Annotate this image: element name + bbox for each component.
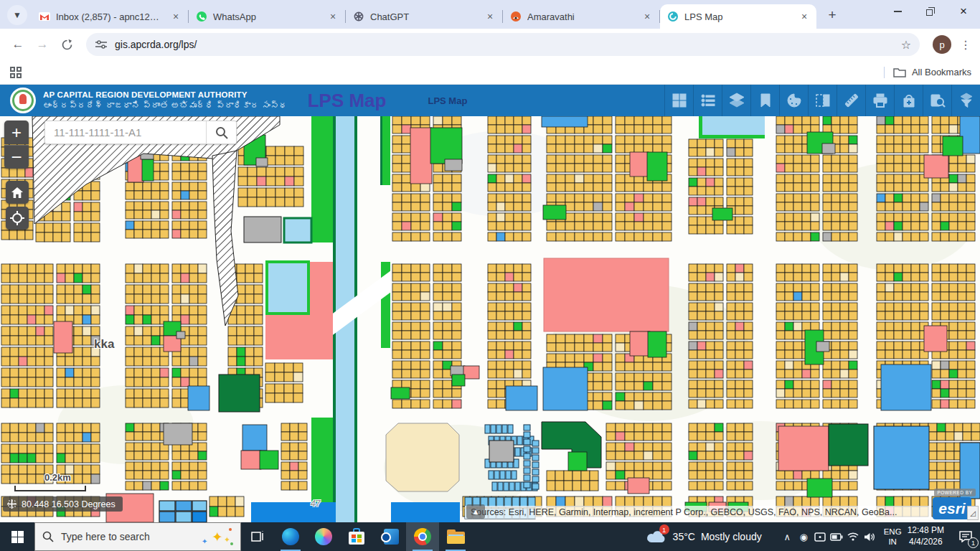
action-center-button[interactable]: 1 [951,522,980,551]
basemap-gallery-icon[interactable] [664,85,693,116]
taskbar-copilot[interactable] [307,522,340,551]
browser-menu-icon[interactable]: ⋮ [957,38,974,52]
close-button[interactable]: × [947,0,980,23]
map-canvas[interactable] [0,116,980,522]
task-view-icon [250,530,265,543]
taskbar-search[interactable]: Type here to search ✦✦✦ [34,522,241,551]
site-info-icon[interactable] [95,39,108,50]
apps-grid-icon[interactable] [9,65,23,80]
apcrda-logo [10,88,36,113]
tab-label: Amaravathi [527,11,636,22]
bookmarks-widget-icon[interactable] [750,85,779,116]
amaravathi-icon [510,11,522,22]
tab-label: ChatGPT [370,11,479,22]
tray-wifi-icon[interactable] [845,532,862,541]
taskbar-store[interactable] [340,522,373,551]
window-controls: × [881,0,980,29]
taskbar-chrome[interactable] [406,522,439,551]
taskbar-edge[interactable] [274,522,307,551]
tray-chevron-up-icon[interactable]: ∧ [779,532,796,542]
reload-button[interactable] [55,32,79,57]
address-bar[interactable]: gis.apcrda.org/lps/ ☆ [86,33,920,56]
windows-logo-icon [11,531,24,543]
swipe-icon[interactable] [808,85,837,116]
restore-button[interactable] [914,0,947,23]
tab-amaravathi[interactable]: Amaravathi × [503,4,659,29]
add-data-icon[interactable] [894,85,923,116]
taskbar-right: 1 35°C Mostly cloudy ∧ ◉ ENG IN [646,522,980,551]
language-indicator[interactable]: ENG IN [884,527,902,547]
home-icon [11,187,24,199]
reload-icon [61,39,73,51]
gmail-icon [39,11,50,22]
filter-icon[interactable] [951,85,980,116]
weather-icon: 1 [646,528,667,545]
tray-cast-icon[interactable] [812,532,829,542]
all-bookmarks[interactable]: All Bookmarks [884,67,971,78]
tray-battery-icon[interactable] [829,533,845,541]
attribution-text: Sources: Esri, HERE, Garmin, Intermap, i… [471,507,897,517]
taskbar-file-explorer[interactable] [439,522,472,551]
print-icon[interactable] [865,85,894,116]
tab-whatsapp[interactable]: WhatsApp × [189,4,345,29]
weather-condition: Mostly cloudy [701,531,762,542]
chrome-icon [414,528,431,545]
app-title: LPS Map [308,90,387,112]
weather-widget[interactable]: 1 35°C Mostly cloudy [646,528,772,545]
locate-button[interactable] [6,207,29,230]
profile-avatar[interactable]: p [933,35,951,54]
clock-time: 12:48 PM [908,525,944,537]
esri-logo: esri [933,497,971,519]
parcel-search-box [44,121,237,144]
weather-temp: 35°C [673,531,695,542]
start-button[interactable] [0,522,34,551]
bookmarks-bar: All Bookmarks [0,60,980,85]
powered-by-label: POWERED BY [934,489,976,496]
tray-record-icon[interactable]: ◉ [796,532,812,542]
tab-close-icon[interactable]: × [169,10,182,23]
bookmark-star-icon[interactable]: ☆ [901,38,911,52]
forward-button[interactable]: → [30,32,55,57]
crosshair-icon[interactable] [7,499,17,509]
weather-alert-badge: 1 [659,524,669,534]
home-button[interactable] [6,181,29,204]
scale-bar [14,486,86,491]
parcel-search-button[interactable] [206,121,236,143]
tab-close-icon[interactable]: × [798,10,811,23]
tab-lps-map-active[interactable]: LPS Map × [660,4,816,29]
attribution-expander[interactable]: ▲ [466,504,485,519]
tab-list-chevron-icon[interactable]: ▼ [7,5,27,25]
tab-close-icon[interactable]: × [326,10,339,23]
layers-icon[interactable] [722,85,750,116]
tab-label: LPS Map [684,11,793,22]
language-line2: IN [884,537,902,547]
scale-label: 0.2km [44,472,71,483]
apcrda-header: AP CAPITAL REGION DEVELOPMENT AUTHORITY … [0,85,980,116]
overview-expander[interactable]: ◿ [967,506,979,520]
task-view-button[interactable] [241,522,274,551]
new-tab-button[interactable]: + [822,5,842,25]
search-highlights-icon[interactable]: ✦✦✦ [200,528,233,547]
measure-icon[interactable] [837,85,865,116]
zoom-out-button[interactable]: − [4,145,29,169]
attribution-bar: Sources: Esri, HERE, Garmin, Intermap, i… [465,506,930,519]
taskbar-clock[interactable]: 12:48 PM 4/4/2026 [908,525,944,547]
back-button[interactable]: ← [6,32,30,57]
tab-close-icon[interactable]: × [641,10,654,23]
minimize-button[interactable] [881,0,914,23]
tab-gmail[interactable]: Inbox (2,857) - apnc12@gma... × [32,4,188,29]
legend-icon[interactable] [693,85,722,116]
tray-volume-icon[interactable] [862,532,878,542]
tab-close-icon[interactable]: × [484,10,496,23]
locate-icon [10,211,24,225]
search-attributes-icon[interactable] [923,85,951,116]
url-text[interactable]: gis.apcrda.org/lps/ [115,39,197,50]
folder-icon [893,67,906,77]
draw-icon[interactable] [779,85,808,116]
file-explorer-icon [447,529,465,544]
parcel-search-input[interactable] [45,126,206,138]
taskbar-outlook[interactable] [373,522,406,551]
windows-taskbar: Type here to search ✦✦✦ [0,522,980,551]
tab-chatgpt[interactable]: ChatGPT × [346,4,502,29]
zoom-in-button[interactable]: + [4,121,29,144]
